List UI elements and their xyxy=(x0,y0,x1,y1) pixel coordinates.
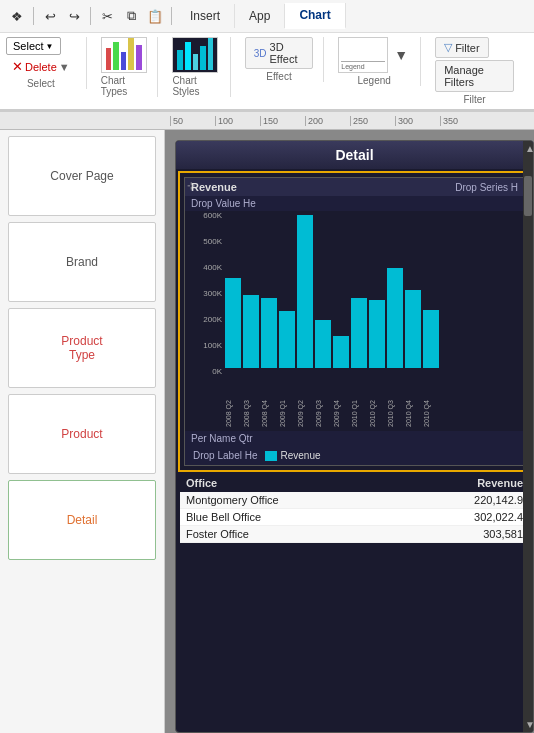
ruler-mark-350: 350 xyxy=(440,116,485,126)
cell-revenue-3: 303,581 xyxy=(355,528,524,540)
x-label-8: 2010 Q1 xyxy=(351,396,367,431)
y-label-0k: 0K xyxy=(212,367,222,376)
scroll-down-arrow[interactable]: ▼ xyxy=(523,717,533,732)
bar-6 xyxy=(315,320,331,368)
x-label-7: 2009 Q4 xyxy=(333,396,349,431)
cell-revenue-1: 220,142.9 xyxy=(355,494,524,506)
ruler: 50 100 150 200 250 300 350 xyxy=(0,112,534,130)
bar-8 xyxy=(351,298,367,368)
legend-preview[interactable]: Legend xyxy=(338,37,388,73)
chart-header: Revenue Drop Series H xyxy=(185,178,524,196)
chart-style-icon[interactable] xyxy=(172,37,218,73)
ribbon-group-select: Select ▼ ✕ Delete ▼ Select xyxy=(6,37,87,89)
chart-footer: Per Name Qtr xyxy=(185,431,524,446)
group-title-chart-styles: Chart Styles xyxy=(172,75,219,97)
chart-type-icon[interactable] xyxy=(101,37,147,73)
y-label-300k: 300K xyxy=(203,289,222,298)
page-product-label: Product xyxy=(53,419,110,449)
chart-drop-series[interactable]: Drop Series H xyxy=(455,182,518,193)
ribbon-group-chart-styles: Chart Styles xyxy=(172,37,230,97)
bar-2 xyxy=(243,295,259,368)
vertical-scrollbar[interactable]: ▲ ▼ xyxy=(523,141,533,732)
bar-12 xyxy=(423,310,439,368)
ribbon-group-effect: 3D 3D Effect Effect xyxy=(245,37,325,82)
3d-effect-button[interactable]: 3D 3D Effect xyxy=(245,37,314,69)
cell-office-2: Blue Bell Office xyxy=(186,511,355,523)
page-detail[interactable]: Detail xyxy=(8,480,156,560)
x-label-2: 2008 Q3 xyxy=(243,396,259,431)
page-cover[interactable]: Cover Page xyxy=(8,136,156,216)
bar-9 xyxy=(369,300,385,368)
cut-button[interactable]: ✂ xyxy=(96,5,118,27)
select-dropdown[interactable]: Select ▼ xyxy=(6,37,61,55)
group-title-effect: Effect xyxy=(266,71,291,82)
canvas-area: Detail ⊹ Revenue Drop Series H Drop Valu… xyxy=(165,130,534,733)
drop-label-row: Drop Label He Revenue xyxy=(185,446,524,465)
table-row-3: Foster Office 303,581 xyxy=(180,526,529,543)
x-label-10: 2010 Q3 xyxy=(387,396,403,431)
y-label-100k: 100K xyxy=(203,341,222,350)
bar-10 xyxy=(387,268,403,368)
tab-app[interactable]: App xyxy=(235,4,285,28)
bar-5 xyxy=(297,215,313,368)
drop-label-text[interactable]: Drop Label He xyxy=(193,450,257,461)
y-label-500k: 500K xyxy=(203,237,222,246)
col-revenue: Revenue xyxy=(355,477,524,489)
filter-button[interactable]: ▽ Filter xyxy=(435,37,488,58)
chart-bars xyxy=(225,215,520,370)
legend-dropdown-arrow[interactable]: ▼ xyxy=(392,45,410,65)
x-label-1: 2008 Q2 xyxy=(225,396,241,431)
page-product-type[interactable]: ProductType xyxy=(8,308,156,388)
redo-button[interactable]: ↪ xyxy=(63,5,85,27)
page-brand-label: Brand xyxy=(58,247,106,277)
ruler-mark-50: 50 xyxy=(170,116,215,126)
undo-button[interactable]: ↩ xyxy=(39,5,61,27)
legend-label: Revenue xyxy=(280,450,320,461)
ruler-marks: 50 100 150 200 250 300 350 xyxy=(170,116,485,126)
bar-1 xyxy=(225,278,241,368)
group-title-chart-types: Chart Types xyxy=(101,75,148,97)
bar-3 xyxy=(261,298,277,368)
app-icon[interactable]: ❖ xyxy=(6,5,28,27)
separator-1 xyxy=(33,7,34,25)
separator-2 xyxy=(90,7,91,25)
tab-chart[interactable]: Chart xyxy=(285,3,345,29)
cell-office-3: Foster Office xyxy=(186,528,355,540)
group-title-filter: Filter xyxy=(463,94,485,105)
page-brand[interactable]: Brand xyxy=(8,222,156,302)
paste-button[interactable]: 📋 xyxy=(144,5,166,27)
separator-3 xyxy=(171,7,172,25)
page-product[interactable]: Product xyxy=(8,394,156,474)
scrollbar-thumb[interactable] xyxy=(524,176,532,216)
scroll-up-arrow[interactable]: ▲ xyxy=(523,141,533,156)
chart-container: ⊹ Revenue Drop Series H Drop Value He 60… xyxy=(184,177,525,466)
x-label-6: 2009 Q3 xyxy=(315,396,331,431)
bar-7 xyxy=(333,336,349,368)
col-office: Office xyxy=(186,477,355,489)
chart-sub-header[interactable]: Drop Value He xyxy=(185,196,524,211)
chart-area: 600K 500K 400K 300K 200K 100K 0K xyxy=(185,211,524,396)
x-label-4: 2009 Q1 xyxy=(279,396,295,431)
copy-button[interactable]: ⧉ xyxy=(120,5,142,27)
y-label-200k: 200K xyxy=(203,315,222,324)
ruler-mark-300: 300 xyxy=(395,116,440,126)
tab-insert[interactable]: Insert xyxy=(176,4,235,28)
manage-filters-button[interactable]: Manage Filters xyxy=(435,60,514,92)
ruler-mark-150: 150 xyxy=(260,116,305,126)
bar-4 xyxy=(279,311,295,368)
x-label-9: 2010 Q2 xyxy=(369,396,385,431)
ribbon-group-chart-types: Chart Types xyxy=(101,37,159,97)
chart-outer: ⊹ Revenue Drop Series H Drop Value He 60… xyxy=(178,171,531,472)
x-label-11: 2010 Q4 xyxy=(405,396,421,431)
page-cover-label: Cover Page xyxy=(42,161,121,191)
move-handle[interactable]: ⊹ xyxy=(187,180,195,191)
filter-label: Filter xyxy=(455,42,479,54)
group-title-legend: Legend xyxy=(358,75,391,86)
x-label-12: 2010 Q4 xyxy=(423,396,439,431)
detail-title: Detail xyxy=(176,141,533,169)
delete-caret: ▼ xyxy=(59,61,70,73)
table-row-2: Blue Bell Office 302,022.4 xyxy=(180,509,529,526)
table-header: Office Revenue xyxy=(180,474,529,492)
bar-11 xyxy=(405,290,421,368)
delete-dropdown[interactable]: ✕ Delete ▼ xyxy=(6,57,76,76)
